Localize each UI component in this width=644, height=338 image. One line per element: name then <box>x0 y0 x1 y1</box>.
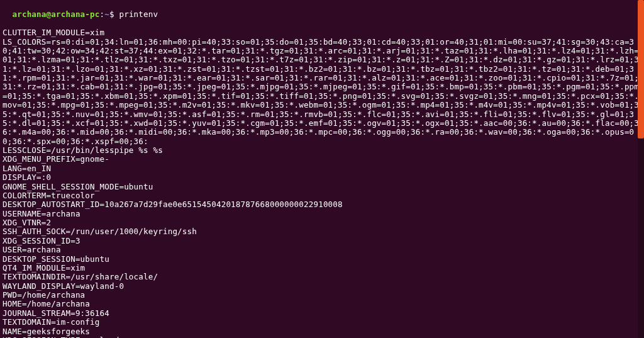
prompt-path: ~ <box>104 9 109 19</box>
output-line: TEXTDOMAINDIR=/usr/share/locale/ <box>3 273 641 281</box>
output-line: DESKTOP_AUTOSTART_ID=10a267a7d29fae0e651… <box>3 200 641 209</box>
output-line: SSH_AUTH_SOCK=/run/user/1000/keyring/ssh <box>3 227 641 236</box>
prompt-dollar: $ <box>109 9 119 19</box>
output-line: CLUTTER_IM_MODULE=xim <box>3 28 641 37</box>
output-line: LANG=en_IN <box>3 164 641 173</box>
output-line: USER=archana <box>3 245 641 254</box>
output-line: PWD=/home/archana <box>3 291 641 300</box>
output-line: JOURNAL_STREAM=9:36164 <box>3 309 641 318</box>
output-line: QT4_IM_MODULE=xim <box>3 264 641 273</box>
output-line: LS_COLORS=rs=0:di=01;34:ln=01;36:mh=00:p… <box>3 38 641 147</box>
output-line: GNOME_SHELL_SESSION_MODE=ubuntu <box>3 183 641 191</box>
output-line: XDG_SESSION_ID=3 <box>3 237 641 245</box>
command-text: printenv <box>119 9 158 19</box>
scrollbar-thumb[interactable] <box>638 0 644 138</box>
output-line: USERNAME=archana <box>3 210 641 218</box>
output-line: DISPLAY=:0 <box>3 173 641 182</box>
output-line: TEXTDOMAIN=im-config <box>3 318 641 327</box>
output-line: XDG_VTNR=2 <box>3 218 641 227</box>
terminal-output[interactable]: archana@archana-pc:~$ printenv CLUTTER_I… <box>0 0 644 338</box>
scrollbar[interactable] <box>638 0 644 338</box>
prompt-user-host: archana@archana-pc <box>12 9 99 19</box>
output-line: COLORTERM=truecolor <box>3 191 641 200</box>
output-line: LESSCLOSE=/usr/bin/lesspipe %s %s <box>3 146 641 155</box>
output-line: XDG_MENU_PREFIX=gnome- <box>3 155 641 164</box>
output-container: CLUTTER_IM_MODULE=ximLS_COLORS=rs=0:di=0… <box>3 28 641 338</box>
output-line: WAYLAND_DISPLAY=wayland-0 <box>3 282 641 291</box>
output-line: DESKTOP_SESSION=ubuntu <box>3 255 641 264</box>
output-line: NAME=geeksforgeeks <box>3 327 641 336</box>
output-line: HOME=/home/archana <box>3 300 641 308</box>
